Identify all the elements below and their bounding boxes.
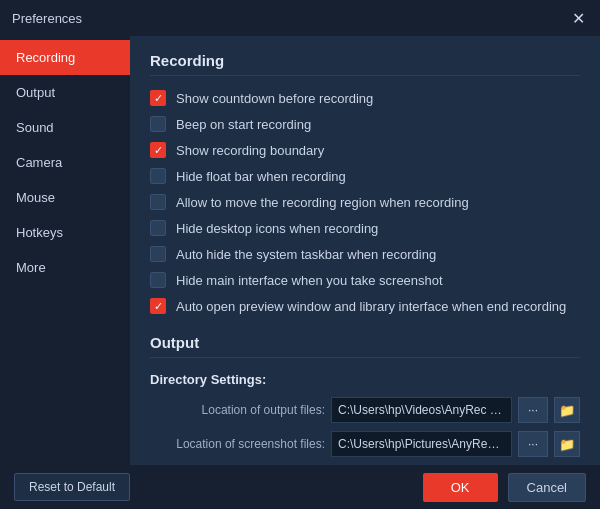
checkbox-row-beep: Beep on start recording: [150, 116, 580, 132]
checkbox-countdown[interactable]: ✓: [150, 90, 166, 106]
checkbox-row-boundary: ✓Show recording boundary: [150, 142, 580, 158]
checkbox-taskbar[interactable]: [150, 246, 166, 262]
checkbox-label-desktopicons: Hide desktop icons when recording: [176, 221, 378, 236]
cancel-button[interactable]: Cancel: [508, 473, 586, 502]
sidebar-item-more[interactable]: More: [0, 250, 130, 285]
screenshot-files-input[interactable]: [331, 431, 512, 457]
output-files-dots-button[interactable]: ···: [518, 397, 548, 423]
recording-section-title: Recording: [150, 52, 580, 76]
reset-button[interactable]: Reset to Default: [14, 473, 130, 501]
titlebar-title: Preferences: [12, 11, 82, 26]
checkbox-label-boundary: Show recording boundary: [176, 143, 324, 158]
checkbox-label-moveregion: Allow to move the recording region when …: [176, 195, 469, 210]
sidebar-item-camera[interactable]: Camera: [0, 145, 130, 180]
checkbox-boundary[interactable]: ✓: [150, 142, 166, 158]
checkbox-row-countdown: ✓Show countdown before recording: [150, 90, 580, 106]
output-files-row: Location of output files: ··· 📁: [150, 397, 580, 423]
sidebar-item-output[interactable]: Output: [0, 75, 130, 110]
checkbox-row-autoopen: ✓Auto open preview window and library in…: [150, 298, 580, 314]
close-button[interactable]: ✕: [568, 8, 588, 28]
checkbox-row-maininterface: Hide main interface when you take screen…: [150, 272, 580, 288]
checkbox-desktopicons[interactable]: [150, 220, 166, 236]
footer: Reset to Default OK Cancel: [0, 465, 600, 509]
checkbox-label-beep: Beep on start recording: [176, 117, 311, 132]
output-section-title: Output: [150, 334, 580, 358]
output-files-input[interactable]: [331, 397, 512, 423]
screenshot-files-dots-button[interactable]: ···: [518, 431, 548, 457]
checkbox-label-autoopen: Auto open preview window and library int…: [176, 299, 566, 314]
ok-button[interactable]: OK: [423, 473, 498, 502]
directory-settings-title: Directory Settings:: [150, 372, 580, 387]
screenshot-files-folder-button[interactable]: 📁: [554, 431, 580, 457]
checkbox-label-countdown: Show countdown before recording: [176, 91, 373, 106]
preferences-window: Preferences ✕ Recording Output Sound Cam…: [0, 0, 600, 509]
checkbox-autoopen[interactable]: ✓: [150, 298, 166, 314]
checkbox-label-taskbar: Auto hide the system taskbar when record…: [176, 247, 436, 262]
screenshot-files-label: Location of screenshot files:: [150, 437, 325, 451]
output-files-label: Location of output files:: [150, 403, 325, 417]
output-files-folder-button[interactable]: 📁: [554, 397, 580, 423]
checkbox-row-moveregion: Allow to move the recording region when …: [150, 194, 580, 210]
checkbox-moveregion[interactable]: [150, 194, 166, 210]
sidebar-item-sound[interactable]: Sound: [0, 110, 130, 145]
titlebar: Preferences ✕: [0, 0, 600, 36]
sidebar-item-recording[interactable]: Recording: [0, 40, 130, 75]
sidebar: Recording Output Sound Camera Mouse Hotk…: [0, 36, 130, 465]
checkbox-beep[interactable]: [150, 116, 166, 132]
screenshot-files-row: Location of screenshot files: ··· 📁: [150, 431, 580, 457]
sidebar-item-mouse[interactable]: Mouse: [0, 180, 130, 215]
checkbox-floatbar[interactable]: [150, 168, 166, 184]
content-area: Recording ✓Show countdown before recordi…: [130, 36, 600, 465]
sidebar-item-hotkeys[interactable]: Hotkeys: [0, 215, 130, 250]
checkbox-row-floatbar: Hide float bar when recording: [150, 168, 580, 184]
checkbox-label-floatbar: Hide float bar when recording: [176, 169, 346, 184]
checkbox-maininterface[interactable]: [150, 272, 166, 288]
checkbox-row-taskbar: Auto hide the system taskbar when record…: [150, 246, 580, 262]
footer-actions: OK Cancel: [423, 473, 586, 502]
output-section: Output Directory Settings: Location of o…: [150, 334, 580, 465]
checkboxes-container: ✓Show countdown before recordingBeep on …: [150, 90, 580, 314]
checkbox-row-desktopicons: Hide desktop icons when recording: [150, 220, 580, 236]
checkbox-label-maininterface: Hide main interface when you take screen…: [176, 273, 443, 288]
main-content: Recording Output Sound Camera Mouse Hotk…: [0, 36, 600, 465]
